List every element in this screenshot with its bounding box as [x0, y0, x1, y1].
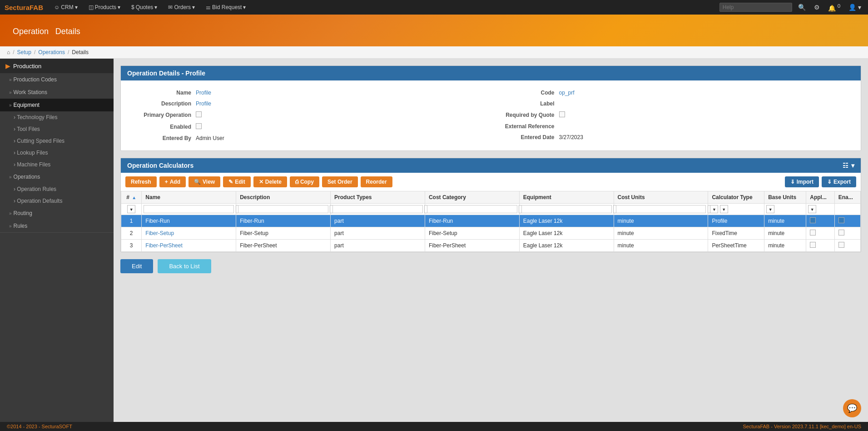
- sort-up-icon[interactable]: ▲: [132, 195, 136, 200]
- sidebar-item-operation-rules[interactable]: › Operation Rules: [0, 183, 114, 195]
- breadcrumb-current: Details: [72, 49, 89, 55]
- breadcrumb-setup[interactable]: Setup: [17, 49, 31, 55]
- sidebar-item-work-stations[interactable]: » Work Stations: [0, 86, 114, 99]
- sidebar-item-operations[interactable]: » Operations: [0, 170, 114, 183]
- entered-by-label: Entered By: [132, 135, 191, 141]
- operation-details-body: Name Profile Description Profile Primary…: [121, 80, 861, 150]
- row-name-link[interactable]: Fiber-PerSheet: [145, 242, 182, 249]
- user-icon[interactable]: 👤 ▾: [846, 3, 863, 12]
- chevron-down-icon[interactable]: ▾: [851, 162, 854, 169]
- filter-calculator-type-icon[interactable]: ▼: [720, 205, 728, 213]
- filter-equipment-input[interactable]: [521, 205, 612, 213]
- filter-cost-category-input[interactable]: [427, 205, 517, 213]
- col-product-types: Product Types: [331, 191, 425, 204]
- filter-base-units-cell: ▼: [764, 204, 806, 215]
- bottom-buttons: Edit Back to List: [120, 259, 861, 273]
- sidebar-item-equipment[interactable]: » Equipment: [0, 99, 114, 111]
- row-name: Fiber-PerSheet: [142, 240, 236, 252]
- row-product-types: part: [331, 240, 425, 252]
- add-button[interactable]: + Add: [159, 176, 186, 187]
- row-name-link[interactable]: Fiber-Run: [145, 218, 169, 224]
- row-cost-units: minute: [614, 227, 708, 240]
- operation-details-panel-header: Operation Details - Profile: [121, 66, 861, 80]
- filter-product-types-input[interactable]: [332, 205, 423, 213]
- nav-bid-request[interactable]: ⚌ Bid Request ▾: [201, 2, 250, 12]
- filter-applied-icon[interactable]: ▼: [808, 205, 816, 213]
- grid-icon[interactable]: ☷: [843, 162, 848, 169]
- sidebar-item-production-codes[interactable]: » Production Codes: [0, 73, 114, 86]
- chat-button[interactable]: 💬: [843, 399, 861, 417]
- row-equipment: Eagle Laser 12k: [519, 227, 614, 240]
- edit-toolbar-button[interactable]: ✎ Edit: [223, 176, 251, 187]
- filter-description-input[interactable]: [238, 205, 328, 213]
- row-name: Fiber-Run: [142, 215, 236, 227]
- sidebar-item-tool-files[interactable]: › Tool Files: [0, 123, 114, 135]
- edit-button[interactable]: Edit: [120, 259, 153, 273]
- applied-check-icon: [810, 242, 816, 248]
- import-button[interactable]: ⇓ Import: [785, 176, 819, 187]
- details-right-col: Code op_prf Label Required by Quote: [491, 87, 854, 144]
- sidebar-item-technology-files[interactable]: › Technology Files: [0, 111, 114, 123]
- reorder-button[interactable]: Reorder: [361, 176, 392, 187]
- copyright-accent: SOFT: [59, 424, 72, 429]
- sidebar-item-routing[interactable]: » Routing: [0, 207, 114, 220]
- primary-operation-label: Primary Operation: [132, 112, 191, 118]
- row-name-link[interactable]: Fiber-Setup: [145, 230, 174, 236]
- sidebar-item-operation-defaults[interactable]: › Operation Defaults: [0, 195, 114, 207]
- row-cost-category: Fiber-Setup: [425, 227, 519, 240]
- home-icon[interactable]: ⌂: [7, 49, 10, 55]
- filter-product-types-cell: ▼: [331, 204, 425, 215]
- sidebar-item-label: Machine Files: [17, 161, 50, 168]
- filter-cost-category-cell: ▼: [425, 204, 519, 215]
- filter-applied-cell: ▼: [806, 204, 835, 215]
- table-row[interactable]: 2 Fiber-Setup Fiber-Setup part Fiber-Set…: [121, 227, 861, 240]
- details-left-col: Name Profile Description Profile Primary…: [128, 87, 491, 144]
- nav-products[interactable]: ◫ Products ▾: [84, 2, 125, 12]
- row-description: Fiber-Setup: [236, 227, 331, 240]
- table-row[interactable]: 3 Fiber-PerSheet Fiber-PerSheet part Fib…: [121, 240, 861, 252]
- detail-description-row: Description Profile: [128, 98, 491, 109]
- row-enabled: [834, 227, 860, 240]
- copy-button[interactable]: ⎙ Copy: [290, 176, 319, 187]
- filter-base-units-icon[interactable]: ▼: [766, 205, 774, 213]
- help-search-input[interactable]: [719, 3, 792, 12]
- col-equipment: Equipment: [519, 191, 614, 204]
- calculators-table-body: 1 Fiber-Run Fiber-Run part Fiber-Run Eag…: [121, 215, 861, 252]
- export-button[interactable]: ⇓ Export: [822, 176, 856, 187]
- row-num: 2: [121, 227, 142, 240]
- top-nav-right: 🔍 ⚙ 🔔 0 👤 ▾: [719, 2, 863, 13]
- bell-icon[interactable]: 🔔 0: [826, 2, 843, 13]
- sidebar-item-machine-files[interactable]: › Machine Files: [0, 159, 114, 170]
- nav-quotes[interactable]: $ Quotes ▾: [127, 2, 162, 12]
- settings-icon[interactable]: ⚙: [812, 3, 822, 12]
- delete-button[interactable]: ✕ Delete: [253, 176, 287, 187]
- back-to-list-button[interactable]: Back to List: [158, 259, 211, 273]
- filter-calculator-type-down[interactable]: ▼: [710, 205, 718, 213]
- view-button[interactable]: 🔍 View: [188, 176, 220, 187]
- breadcrumb-operations[interactable]: Operations: [38, 49, 65, 55]
- row-applied: [806, 227, 835, 240]
- filter-cost-units-input[interactable]: [616, 205, 706, 213]
- row-product-types: part: [331, 227, 425, 240]
- nav-crm[interactable]: ☺ CRM ▾: [50, 2, 82, 12]
- required-by-quote-checkbox: [559, 111, 565, 119]
- sidebar-item-rules[interactable]: » Rules: [0, 220, 114, 232]
- brand-main: Sectura: [5, 4, 30, 11]
- sidebar-item-lookup-files[interactable]: › Lookup Files: [0, 147, 114, 159]
- row-applied: [806, 215, 835, 227]
- table-row[interactable]: 1 Fiber-Run Fiber-Run part Fiber-Run Eag…: [121, 215, 861, 227]
- page-header: Operation Details: [0, 15, 868, 46]
- brand-logo[interactable]: SecturaFAB: [5, 4, 43, 11]
- arrow-icon: »: [9, 211, 12, 216]
- code-value: op_prf: [559, 90, 575, 96]
- arrow-icon: »: [9, 103, 12, 108]
- filter-num-icon[interactable]: ▼: [127, 205, 135, 213]
- search-icon[interactable]: 🔍: [796, 3, 808, 12]
- filter-name-input[interactable]: [144, 205, 234, 213]
- sidebar-section-production: ▶ Production » Production Codes » Work S…: [0, 59, 114, 233]
- set-order-button[interactable]: Set Order: [322, 176, 358, 187]
- nav-orders[interactable]: ✉ Orders ▾: [164, 2, 199, 12]
- sidebar-item-cutting-speed-files[interactable]: › Cutting Speed Files: [0, 135, 114, 147]
- refresh-button[interactable]: Refresh: [125, 176, 157, 187]
- detail-primary-op-row: Primary Operation: [128, 109, 491, 121]
